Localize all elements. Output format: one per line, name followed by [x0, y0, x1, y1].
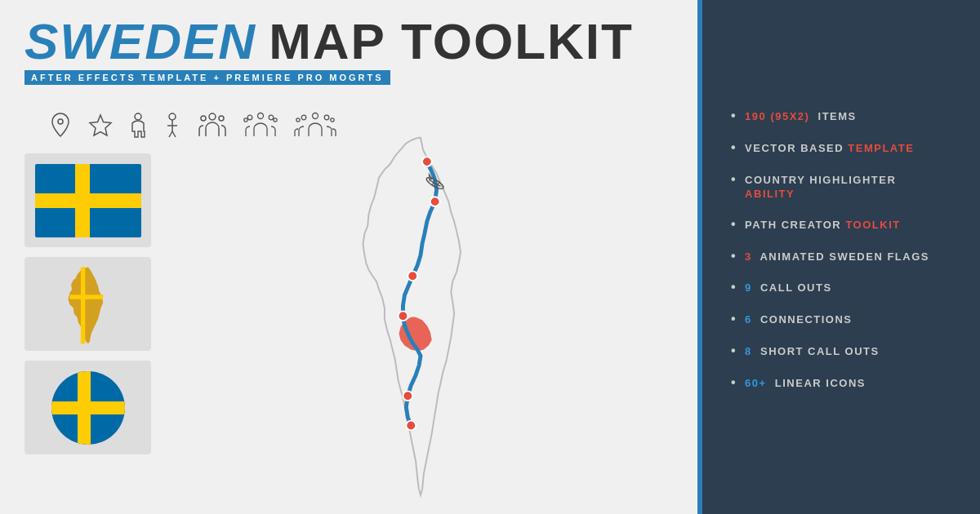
feature-linear-icons: 60+ LINEAR ICONS: [731, 374, 951, 392]
feature-accent-ability: ABILITY: [745, 188, 795, 200]
svg-point-23: [422, 157, 432, 166]
subtitle: AFTER EFFECTS TEMPLATE + PREMIERE PRO MO…: [24, 70, 390, 85]
svg-point-27: [403, 391, 412, 401]
title-sweden: SWEDEN: [24, 16, 256, 67]
feature-accent-60: 60+: [745, 377, 767, 389]
svg-marker-1: [90, 115, 111, 135]
feature-text: 3 ANIMATED SWEDEN FLAGS: [745, 250, 929, 264]
map-area: [163, 153, 678, 498]
svg-line-6: [169, 131, 172, 137]
person-male-icon: [163, 112, 181, 141]
feature-connections: 6 CONNECTIONS: [731, 311, 951, 328]
feature-text: COUNTRY HIGHLIGHTER ABILITY: [745, 174, 951, 202]
right-panel: 190 (95x2) ITEMS VECTOR BASED TEMPLATE C…: [702, 0, 980, 514]
svg-point-2: [135, 113, 141, 120]
feature-text: VECTOR BASED TEMPLATE: [745, 142, 918, 156]
svg-point-14: [244, 118, 247, 122]
svg-point-8: [209, 113, 216, 120]
feature-text: 6 CONNECTIONS: [745, 313, 852, 327]
svg-point-24: [430, 197, 440, 206]
feature-accent-9: 9: [745, 281, 752, 294]
flag-circle: [51, 371, 125, 445]
feature-accent-template: TEMPLATE: [848, 142, 914, 154]
feature-accent-toolkit: TOOLKIT: [845, 219, 900, 231]
feature-call-outs: 9 CALL OUTS: [731, 279, 951, 296]
feature-vector-based: VECTOR BASED TEMPLATE: [731, 140, 951, 157]
flag-rect-preview: [24, 153, 151, 247]
svg-point-25: [408, 271, 417, 281]
circle-flag-cross-v: [78, 371, 91, 445]
group-icon: [198, 112, 227, 141]
svg-point-18: [324, 115, 329, 120]
title-main: SWEDEN MAP TOOLKIT: [24, 16, 678, 67]
feature-text: 60+ LINEAR ICONS: [745, 377, 866, 391]
feature-path-creator: PATH CREATOR TOOLKIT: [731, 216, 951, 233]
sweden-map-silhouette: [60, 264, 117, 345]
pin-icon: [49, 112, 72, 141]
svg-point-13: [269, 115, 274, 120]
title-map-toolkit: MAP TOOLKIT: [269, 16, 634, 67]
svg-point-17: [301, 115, 306, 120]
person-female-icon: [129, 112, 147, 141]
svg-point-10: [219, 116, 224, 121]
feature-list: 190 (95x2) ITEMS VECTOR BASED TEMPLATE C…: [731, 108, 951, 405]
svg-point-11: [258, 113, 264, 119]
svg-point-12: [247, 115, 252, 120]
feature-animated-flags: 3 ANIMATED SWEDEN FLAGS: [731, 248, 951, 265]
star-icon: [88, 113, 113, 140]
svg-point-19: [296, 118, 300, 122]
svg-point-15: [274, 118, 277, 122]
feature-text: 8 SHORT CALL OUTS: [745, 345, 880, 359]
feature-short-call-outs: 8 SHORT CALL OUTS: [731, 343, 951, 360]
feature-accent-6: 6: [745, 313, 752, 326]
flag-rectangle: [35, 164, 141, 237]
svg-point-26: [399, 311, 408, 321]
svg-point-3: [169, 113, 176, 120]
sweden-silhouette-preview: [24, 257, 151, 351]
feature-accent-3: 3: [745, 250, 752, 263]
blue-vertical-bar: [697, 0, 702, 514]
feature-country-highlighter: COUNTRY HIGHLIGHTER ABILITY: [731, 171, 951, 202]
svg-point-28: [406, 421, 416, 431]
feature-text: 9 CALL OUTS: [745, 281, 832, 295]
svg-point-20: [331, 118, 334, 122]
sweden-map: [331, 126, 510, 514]
small-crowd-icon: [243, 112, 278, 141]
svg-point-9: [201, 116, 206, 121]
feature-text: 190 (95x2) ITEMS: [745, 110, 857, 124]
left-panel: SWEDEN MAP TOOLKIT AFTER EFFECTS TEMPLAT…: [0, 0, 702, 514]
feature-accent-count: 190 (95x2): [745, 110, 809, 122]
svg-line-7: [172, 131, 176, 137]
svg-point-16: [313, 113, 318, 119]
title-section: SWEDEN MAP TOOLKIT AFTER EFFECTS TEMPLAT…: [24, 16, 678, 85]
svg-point-0: [58, 119, 63, 124]
feature-items-count: 190 (95x2) ITEMS: [731, 108, 951, 125]
content-area: [24, 153, 678, 498]
previews-column: [24, 153, 155, 498]
feature-accent-8: 8: [745, 345, 752, 357]
feature-text: PATH CREATOR TOOLKIT: [745, 219, 905, 233]
flag-circle-preview: [24, 361, 151, 454]
flag-cross-vertical: [75, 164, 90, 237]
